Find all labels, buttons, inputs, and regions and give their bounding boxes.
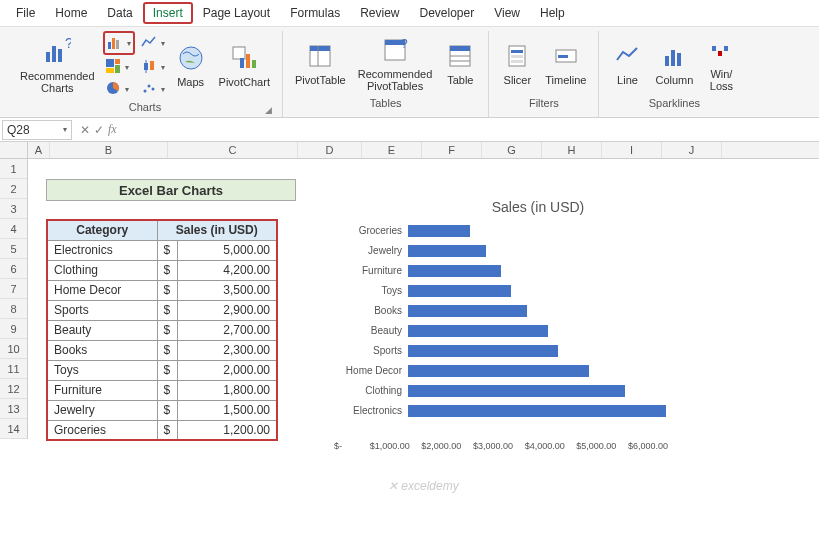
row-header-2[interactable]: 2 [0, 179, 27, 199]
row-header-1[interactable]: 1 [0, 159, 27, 179]
row-header-10[interactable]: 10 [0, 339, 27, 359]
table-row[interactable]: Furniture$1,800.00 [47, 380, 277, 400]
value-cell[interactable]: 1,500.00 [177, 400, 277, 420]
value-cell[interactable]: 5,000.00 [177, 240, 277, 260]
sparkline-column-button[interactable]: Column [651, 38, 697, 88]
cancel-icon[interactable]: ✕ [80, 123, 90, 137]
chart-title[interactable]: Sales (in USD) [338, 193, 738, 221]
chart-bar[interactable] [408, 345, 558, 357]
data-table[interactable]: Category Sales (in USD) Electronics$5,00… [46, 219, 278, 441]
menu-item-file[interactable]: File [6, 2, 45, 24]
chart-bar[interactable] [408, 245, 486, 257]
category-cell[interactable]: Sports [47, 300, 157, 320]
sparkline-line-button[interactable]: Line [607, 38, 647, 88]
formula-input[interactable] [123, 121, 819, 139]
currency-cell[interactable]: $ [157, 420, 177, 440]
currency-cell[interactable]: $ [157, 300, 177, 320]
insert-statistic-chart-button[interactable]: ▾ [139, 57, 167, 77]
worksheet[interactable]: Excel Bar Charts Category Sales (in USD)… [28, 159, 819, 439]
name-box[interactable]: Q28▾ [2, 120, 72, 140]
table-row[interactable]: Home Decor$3,500.00 [47, 280, 277, 300]
insert-hierarchy-chart-button[interactable]: ▾ [103, 57, 135, 77]
value-cell[interactable]: 3,500.00 [177, 280, 277, 300]
table-row[interactable]: Jewelry$1,500.00 [47, 400, 277, 420]
table-row[interactable]: Electronics$5,000.00 [47, 240, 277, 260]
menu-item-home[interactable]: Home [45, 2, 97, 24]
fx-icon[interactable]: fx [108, 122, 117, 137]
chart[interactable]: Sales (in USD) GroceriesJewelryFurniture… [338, 193, 738, 473]
row-header-5[interactable]: 5 [0, 239, 27, 259]
chart-bar[interactable] [408, 265, 501, 277]
value-cell[interactable]: 2,700.00 [177, 320, 277, 340]
row-header-4[interactable]: 4 [0, 219, 27, 239]
table-row[interactable]: Books$2,300.00 [47, 340, 277, 360]
row-header-14[interactable]: 14 [0, 419, 27, 439]
chart-bar[interactable] [408, 405, 666, 417]
row-header-3[interactable]: 3 [0, 199, 27, 219]
column-header-C[interactable]: C [168, 142, 298, 158]
currency-cell[interactable]: $ [157, 320, 177, 340]
category-cell[interactable]: Beauty [47, 320, 157, 340]
table-header-sales[interactable]: Sales (in USD) [157, 220, 277, 240]
column-header-H[interactable]: H [542, 142, 602, 158]
title-cell[interactable]: Excel Bar Charts [46, 179, 296, 201]
enter-icon[interactable]: ✓ [94, 123, 104, 137]
table-row[interactable]: Groceries$1,200.00 [47, 420, 277, 440]
pivotchart-button[interactable]: PivotChart [215, 40, 274, 90]
charts-dialog-launcher[interactable]: ◢ [265, 105, 272, 115]
maps-button[interactable]: Maps [171, 40, 211, 90]
menu-item-help[interactable]: Help [530, 2, 575, 24]
category-cell[interactable]: Jewelry [47, 400, 157, 420]
row-header-9[interactable]: 9 [0, 319, 27, 339]
insert-scatter-chart-button[interactable]: ▾ [139, 79, 167, 99]
timeline-button[interactable]: Timeline [541, 38, 590, 88]
table-button[interactable]: Table [440, 38, 480, 88]
pivottable-button[interactable]: PivotTable [291, 38, 350, 88]
menu-item-review[interactable]: Review [350, 2, 409, 24]
sparkline-winloss-button[interactable]: Win/ Loss [701, 32, 741, 94]
category-cell[interactable]: Furniture [47, 380, 157, 400]
row-header-13[interactable]: 13 [0, 399, 27, 419]
category-cell[interactable]: Home Decor [47, 280, 157, 300]
chart-bar[interactable] [408, 385, 625, 397]
menu-item-view[interactable]: View [484, 2, 530, 24]
menu-item-data[interactable]: Data [97, 2, 142, 24]
table-header-category[interactable]: Category [47, 220, 157, 240]
menu-item-insert[interactable]: Insert [143, 2, 193, 24]
currency-cell[interactable]: $ [157, 340, 177, 360]
chart-plot-area[interactable]: GroceriesJewelryFurnitureToysBooksBeauty… [338, 221, 738, 441]
currency-cell[interactable]: $ [157, 280, 177, 300]
currency-cell[interactable]: $ [157, 400, 177, 420]
value-cell[interactable]: 1,800.00 [177, 380, 277, 400]
value-cell[interactable]: 4,200.00 [177, 260, 277, 280]
menu-item-page-layout[interactable]: Page Layout [193, 2, 280, 24]
recommended-pivottables-button[interactable]: ?Recommended PivotTables [354, 32, 437, 94]
category-cell[interactable]: Clothing [47, 260, 157, 280]
row-header-7[interactable]: 7 [0, 279, 27, 299]
chart-bar[interactable] [408, 325, 548, 337]
category-cell[interactable]: Electronics [47, 240, 157, 260]
category-cell[interactable]: Groceries [47, 420, 157, 440]
chart-bar[interactable] [408, 225, 470, 237]
menu-item-developer[interactable]: Developer [410, 2, 485, 24]
menu-item-formulas[interactable]: Formulas [280, 2, 350, 24]
column-header-D[interactable]: D [298, 142, 362, 158]
column-header-I[interactable]: I [602, 142, 662, 158]
chart-bar[interactable] [408, 285, 511, 297]
insert-column-chart-button[interactable]: ▾ [103, 31, 135, 55]
value-cell[interactable]: 2,000.00 [177, 360, 277, 380]
table-row[interactable]: Clothing$4,200.00 [47, 260, 277, 280]
insert-line-chart-button[interactable]: ▾ [139, 31, 167, 55]
slicer-button[interactable]: Slicer [497, 38, 537, 88]
category-cell[interactable]: Books [47, 340, 157, 360]
column-header-B[interactable]: B [50, 142, 168, 158]
row-header-12[interactable]: 12 [0, 379, 27, 399]
column-header-G[interactable]: G [482, 142, 542, 158]
chart-bar[interactable] [408, 305, 527, 317]
value-cell[interactable]: 2,900.00 [177, 300, 277, 320]
currency-cell[interactable]: $ [157, 240, 177, 260]
column-header-F[interactable]: F [422, 142, 482, 158]
row-header-11[interactable]: 11 [0, 359, 27, 379]
column-header-J[interactable]: J [662, 142, 722, 158]
value-cell[interactable]: 1,200.00 [177, 420, 277, 440]
